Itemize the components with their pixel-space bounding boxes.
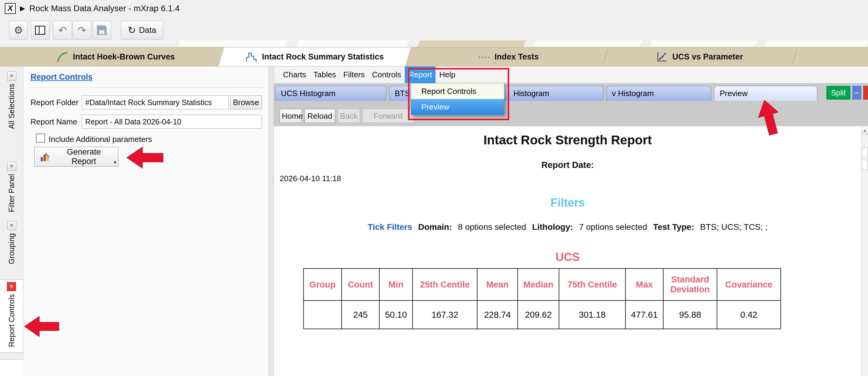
col-header: Max [625, 269, 663, 301]
forward-button[interactable]: Forward [363, 109, 414, 123]
play-icon: ▶ [20, 4, 25, 12]
dropdown-caret-icon[interactable]: ▾ [114, 159, 116, 165]
refresh-icon: ↻ [128, 25, 136, 36]
report-controls-panel: Report Controls Report Folder Browse Rep… [23, 66, 269, 376]
redo-button[interactable]: ↷ [72, 21, 91, 39]
sidebar-item-label: All Selections [7, 84, 16, 129]
close-icon[interactable]: ✕ [7, 71, 16, 81]
cell [304, 301, 342, 329]
close-icon[interactable]: ✕ [7, 282, 16, 291]
doctab-ucs-histogram[interactable]: UCS Histogram [275, 86, 386, 101]
report-name-input[interactable] [82, 115, 262, 129]
col-header: 25th Centile [412, 269, 477, 301]
generate-report-button[interactable]: Generate Report ▾ [34, 147, 118, 167]
redo-icon: ↷ [78, 24, 86, 36]
home-button[interactable]: Home [280, 109, 302, 123]
menu-tables[interactable]: Tables [310, 66, 340, 83]
filters-summary: Tick Filters Domain: 8 options selected … [274, 222, 861, 232]
close-icon[interactable]: ✕ [7, 162, 16, 171]
subtab-ucs-vs-parameter[interactable]: UCS vs Parameter [606, 48, 793, 66]
cell: 228.74 [477, 301, 518, 329]
cell: 95.88 [663, 301, 717, 329]
cell: 477.61 [625, 301, 663, 329]
report-preview: Intact Rock Strength Report Report Date:… [274, 126, 861, 376]
save-icon [97, 25, 106, 35]
subtab-intact-hoek-brown-curves[interactable]: Intact Hoek-Brown Curves [16, 48, 216, 66]
scrollbar-thumb[interactable] [862, 147, 868, 170]
table-row: 245 50.10 167.32 228.74 209.62 301.18 47… [304, 301, 781, 329]
left-sidebar: ✕ All Selections ✕ Filter Panel ✕ Groupi… [0, 66, 23, 376]
sidebar-item-all-selections[interactable]: ✕ All Selections [0, 69, 23, 134]
window-title: Rock Mass Data Analyser - mXrap 6.1.4 [29, 4, 180, 13]
lithology-label: Lithology: [532, 222, 573, 232]
layout-button[interactable] [31, 21, 50, 39]
sidebar-item-filter-panel[interactable]: ✕ Filter Panel [0, 159, 23, 217]
toolbar: ⚙ ↶ ↷ ↻ Data Rock Mass Quality Structura… [0, 17, 868, 47]
dashed-line-icon [478, 51, 490, 63]
doctab-v-histogram[interactable]: v Histogram [606, 86, 711, 101]
save-button[interactable] [92, 21, 111, 39]
report-date-label: Report Date: [274, 160, 861, 170]
split-button[interactable]: Split [826, 86, 850, 100]
subtab-label: Index Tests [494, 52, 539, 62]
col-header: Median [518, 269, 559, 301]
report-folder-label: Report Folder [31, 98, 79, 107]
report-date-value: 2026-04-10 11:18 [280, 174, 341, 183]
divider [28, 88, 264, 88]
curves-icon [57, 51, 68, 63]
layout-icon [35, 26, 45, 35]
histogram-steps-icon [246, 51, 258, 63]
cell: 0.42 [717, 301, 781, 329]
filters-heading: Filters [274, 196, 861, 209]
include-additional-parameters-checkbox[interactable] [36, 133, 45, 143]
cell: 50.10 [379, 301, 412, 329]
app-logo-icon: X [5, 3, 16, 14]
scatter-arrow-icon [656, 51, 668, 63]
menu-bar: Charts Tables Filters Controls Report He… [274, 66, 868, 83]
col-header: Group [304, 269, 342, 301]
close-icon[interactable]: ✕ [7, 221, 16, 230]
col-header: 75th Centile [559, 269, 625, 301]
sidebar-item-label: Filter Panel [7, 174, 16, 212]
menu-filters[interactable]: Filters [340, 66, 369, 83]
domain-value: 8 options selected [458, 222, 526, 232]
undo-button[interactable]: ↶ [53, 21, 72, 39]
sidebar-item-report-controls[interactable]: ✕ Report Controls [0, 279, 23, 353]
checkbox-label: Include Additional parameters [49, 135, 152, 144]
report-name-label: Report Name [31, 117, 77, 127]
subtab-separator [792, 50, 797, 64]
panel-splitter[interactable] [269, 66, 274, 376]
menu-controls[interactable]: Controls [369, 66, 405, 83]
subtab-index-tests[interactable]: Index Tests [413, 48, 603, 66]
table-header-row: Group Count Min 25th Centile Mean Median… [304, 269, 781, 301]
gear-icon: ⚙ [14, 24, 23, 36]
close-button-partial[interactable] [863, 86, 868, 100]
test-type-value: BTS; UCS; TCS; ; [700, 222, 768, 232]
report-controls-link[interactable]: Report Controls [31, 72, 93, 82]
col-header: Mean [477, 269, 518, 301]
menu-charts[interactable]: Charts [279, 66, 310, 83]
vertical-scrollbar[interactable]: ▲ [861, 126, 868, 376]
annotation-arrow-generate-report [126, 146, 164, 170]
scroll-up-icon[interactable]: ▲ [862, 126, 868, 135]
browse-button[interactable]: Browse [230, 95, 262, 109]
subtab-intact-rock-summary-statistics[interactable]: Intact Rock Summary Statistics [219, 48, 411, 66]
annotation-arrow-report-controls [24, 313, 60, 340]
doctab-preview[interactable]: Preview [714, 86, 817, 101]
cell: 301.18 [559, 301, 625, 329]
back-button[interactable]: Back [338, 109, 360, 123]
sidebar-bottom-panel [0, 359, 23, 376]
ucs-statistics-table: Group Count Min 25th Centile Mean Median… [303, 268, 781, 329]
sidebar-item-grouping[interactable]: ✕ Grouping [0, 219, 23, 270]
col-header: Count [342, 269, 379, 301]
subtab-label: Intact Rock Summary Statistics [262, 52, 384, 62]
undo-icon: ↶ [58, 24, 67, 36]
minimize-button[interactable]: – [852, 86, 861, 100]
reload-button[interactable]: Reload [304, 109, 335, 123]
doctab-histogram[interactable]: Histogram [496, 86, 603, 101]
tick-filters-label: Tick Filters [368, 222, 412, 232]
report-folder-input[interactable] [82, 95, 229, 109]
settings-button[interactable]: ⚙ [9, 21, 28, 39]
data-refresh-button[interactable]: ↻ Data [121, 21, 163, 39]
cell: 167.32 [412, 301, 477, 329]
